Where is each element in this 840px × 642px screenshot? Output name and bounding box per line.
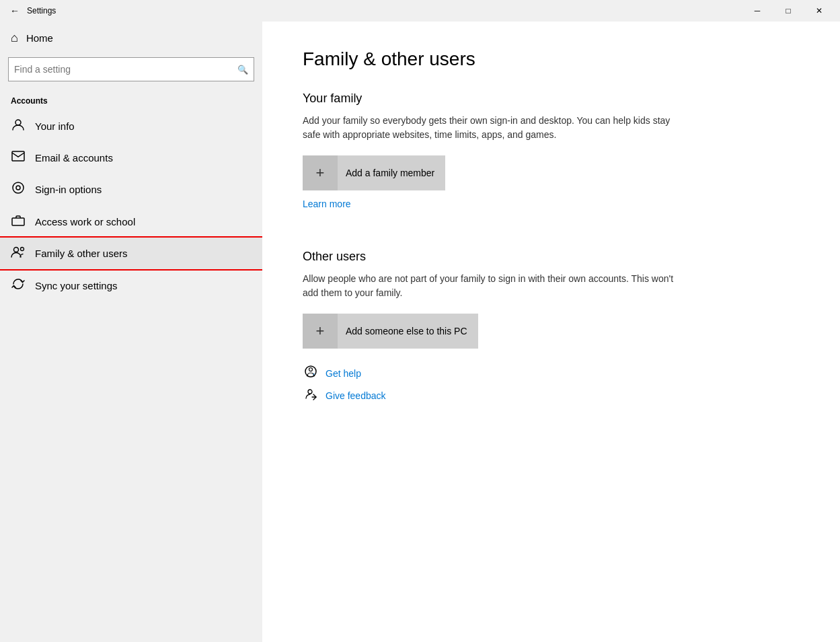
give-feedback-link[interactable]: Give feedback <box>326 390 386 401</box>
home-label: Home <box>26 32 53 44</box>
sidebar-item-sign-in-options[interactable]: Sign-in options <box>0 173 262 206</box>
get-help-item: Get help <box>303 365 800 382</box>
window-controls: ─ □ ✕ <box>742 0 835 22</box>
sidebar-item-access-label: Access work or school <box>35 216 135 227</box>
help-section: Get help Give feedback <box>303 365 800 404</box>
sidebar-item-your-info-label: Your info <box>35 120 75 132</box>
add-family-icon: + <box>303 155 338 190</box>
sidebar-item-sync-settings[interactable]: Sync your settings <box>0 269 262 302</box>
svg-point-6 <box>21 248 24 251</box>
other-users-title: Other users <box>303 250 800 264</box>
family-icon <box>11 246 26 261</box>
minimize-button[interactable]: ─ <box>742 0 773 22</box>
your-info-icon <box>11 118 26 135</box>
other-users-desc: Allow people who are not part of your fa… <box>303 272 679 300</box>
app-body: ⌂ Home 🔍 Accounts Your info <box>0 22 840 642</box>
get-help-link[interactable]: Get help <box>326 368 361 379</box>
svg-rect-4 <box>12 218 24 225</box>
sidebar-item-your-info[interactable]: Your info <box>0 110 262 143</box>
search-box: 🔍 <box>8 57 254 81</box>
briefcase-icon <box>11 214 26 229</box>
app-title: Settings <box>24 6 742 15</box>
get-help-icon <box>303 365 319 382</box>
learn-more-link[interactable]: Learn more <box>303 199 351 209</box>
give-feedback-icon <box>303 387 319 404</box>
add-family-member-button[interactable]: + Add a family member <box>303 155 445 190</box>
add-other-label: Add someone else to this PC <box>346 326 478 336</box>
sidebar-item-email-accounts[interactable]: Email & accounts <box>0 143 262 173</box>
svg-rect-1 <box>12 151 24 161</box>
sidebar-home[interactable]: ⌂ Home <box>0 22 262 55</box>
svg-point-5 <box>14 248 19 252</box>
add-other-user-button[interactable]: + Add someone else to this PC <box>303 314 478 349</box>
svg-point-0 <box>15 120 21 125</box>
sync-icon <box>11 277 26 294</box>
sidebar-item-family-label: Family & other users <box>35 248 128 259</box>
sidebar-section-accounts: Accounts <box>0 90 262 110</box>
svg-point-9 <box>308 390 312 394</box>
svg-point-2 <box>13 182 24 193</box>
sidebar-item-access-work-school[interactable]: Access work or school <box>0 206 262 238</box>
search-icon[interactable]: 🔍 <box>237 65 248 75</box>
back-button[interactable]: ← <box>5 1 24 20</box>
add-family-label: Add a family member <box>346 168 445 178</box>
sidebar: ⌂ Home 🔍 Accounts Your info <box>0 22 262 642</box>
signin-icon <box>11 181 26 198</box>
home-icon: ⌂ <box>11 31 18 45</box>
give-feedback-item: Give feedback <box>303 387 800 404</box>
sidebar-item-sync-label: Sync your settings <box>35 280 118 291</box>
your-family-desc: Add your family so everybody gets their … <box>303 114 679 142</box>
email-icon <box>11 151 26 165</box>
sidebar-item-family-other-users[interactable]: Family & other users <box>0 238 262 269</box>
main-content: Family & other users Your family Add you… <box>262 22 840 642</box>
your-family-section: Your family Add your family so everybody… <box>303 92 800 234</box>
page-title: Family & other users <box>303 48 800 70</box>
svg-point-3 <box>16 186 20 190</box>
sidebar-item-email-label: Email & accounts <box>35 152 113 164</box>
svg-point-8 <box>309 368 313 371</box>
your-family-title: Your family <box>303 92 800 106</box>
other-users-section: Other users Allow people who are not par… <box>303 250 800 349</box>
maximize-button[interactable]: □ <box>773 0 804 22</box>
title-bar: ← Settings ─ □ ✕ <box>0 0 840 22</box>
close-button[interactable]: ✕ <box>804 0 835 22</box>
add-other-icon: + <box>303 314 338 349</box>
search-input[interactable] <box>14 64 233 75</box>
sidebar-item-signin-label: Sign-in options <box>35 184 102 195</box>
